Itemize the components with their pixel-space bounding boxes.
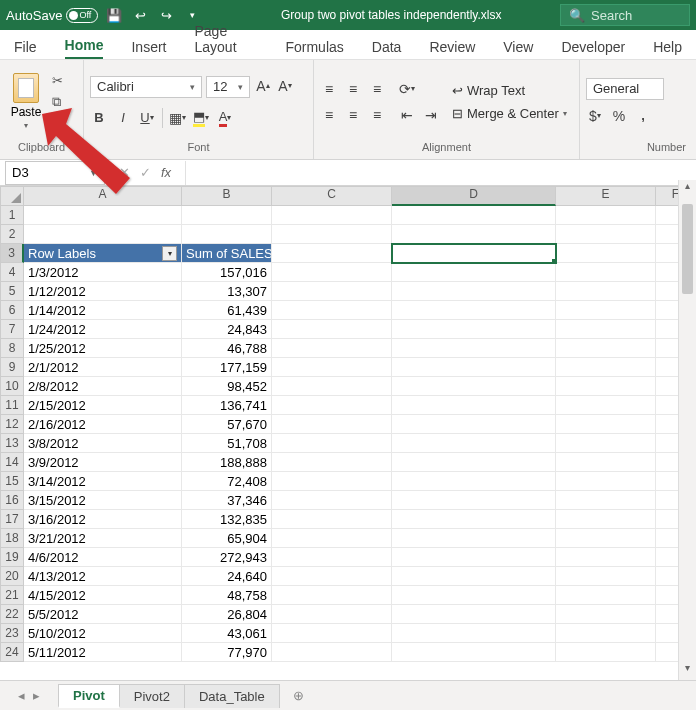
cell[interactable]: 61,439	[182, 301, 272, 320]
tab-help[interactable]: Help	[653, 35, 682, 59]
row-header[interactable]: 1	[0, 206, 24, 225]
cell[interactable]	[272, 396, 392, 415]
cell[interactable]	[556, 244, 656, 263]
cell[interactable]	[556, 377, 656, 396]
cell[interactable]: 3/16/2012	[24, 510, 182, 529]
cell[interactable]	[272, 377, 392, 396]
tab-developer[interactable]: Developer	[561, 35, 625, 59]
font-size-combo[interactable]: 12▾	[206, 76, 250, 98]
cell[interactable]	[556, 567, 656, 586]
cell[interactable]	[182, 206, 272, 225]
autosave-toggle[interactable]: AutoSave Off	[6, 8, 98, 23]
row-header[interactable]: 20	[0, 567, 24, 586]
cell[interactable]	[556, 624, 656, 643]
column-header-E[interactable]: E	[556, 186, 656, 206]
italic-button[interactable]: I	[114, 108, 132, 128]
spreadsheet-grid[interactable]: ABCDEF 123Row Labels▾Sum of SALES41/3/20…	[0, 186, 696, 680]
cell[interactable]	[24, 206, 182, 225]
cell[interactable]: 157,016	[182, 263, 272, 282]
cell[interactable]: 43,061	[182, 624, 272, 643]
font-name-combo[interactable]: Calibri▾	[90, 76, 202, 98]
column-header-A[interactable]: A	[24, 186, 182, 206]
cell[interactable]: 4/6/2012	[24, 548, 182, 567]
cell[interactable]	[392, 567, 556, 586]
fill-color-button[interactable]: ⬒ ▾	[192, 108, 210, 128]
cell[interactable]: 4/13/2012	[24, 567, 182, 586]
cell[interactable]	[272, 529, 392, 548]
cell[interactable]	[272, 434, 392, 453]
row-header[interactable]: 5	[0, 282, 24, 301]
cell[interactable]	[392, 453, 556, 472]
chevron-down-icon[interactable]: ▾	[24, 121, 28, 130]
font-color-button[interactable]: A ▾	[216, 108, 234, 128]
add-sheet-button[interactable]: ⊕	[287, 688, 311, 703]
copy-icon[interactable]: ⧉	[52, 94, 65, 110]
cell[interactable]	[272, 453, 392, 472]
cell[interactable]	[272, 263, 392, 282]
row-header[interactable]: 13	[0, 434, 24, 453]
select-all-corner[interactable]	[0, 186, 24, 206]
tab-home[interactable]: Home	[65, 33, 104, 59]
row-header[interactable]: 22	[0, 605, 24, 624]
cell[interactable]: 132,835	[182, 510, 272, 529]
cell[interactable]	[392, 624, 556, 643]
cell[interactable]	[272, 320, 392, 339]
cell[interactable]: 1/14/2012	[24, 301, 182, 320]
cell[interactable]: 2/1/2012	[24, 358, 182, 377]
cell[interactable]	[182, 225, 272, 244]
cell[interactable]	[272, 491, 392, 510]
scroll-thumb[interactable]	[682, 204, 693, 294]
cell[interactable]	[392, 415, 556, 434]
cell[interactable]	[556, 548, 656, 567]
cell[interactable]: 77,970	[182, 643, 272, 662]
cell[interactable]	[392, 643, 556, 662]
format-painter-icon[interactable]: 🖌	[52, 116, 65, 131]
row-header[interactable]: 7	[0, 320, 24, 339]
cell[interactable]: 3/15/2012	[24, 491, 182, 510]
tab-data[interactable]: Data	[372, 35, 402, 59]
cell[interactable]	[556, 396, 656, 415]
row-header[interactable]: 24	[0, 643, 24, 662]
paste-button[interactable]: Paste ▾	[6, 73, 46, 130]
name-box[interactable]: D3 ▼	[5, 161, 105, 185]
cell[interactable]: 24,843	[182, 320, 272, 339]
align-left-icon[interactable]: ≡	[320, 105, 338, 125]
tab-formulas[interactable]: Formulas	[285, 35, 343, 59]
column-header-C[interactable]: C	[272, 186, 392, 206]
cell[interactable]: 13,307	[182, 282, 272, 301]
sheet-next-icon[interactable]: ▸	[33, 688, 40, 703]
row-header[interactable]: 21	[0, 586, 24, 605]
row-header[interactable]: 18	[0, 529, 24, 548]
cell[interactable]: 3/9/2012	[24, 453, 182, 472]
borders-button[interactable]: ▦ ▾	[162, 108, 186, 128]
cell[interactable]: 5/11/2012	[24, 643, 182, 662]
cell[interactable]: 3/21/2012	[24, 529, 182, 548]
row-header[interactable]: 17	[0, 510, 24, 529]
cell[interactable]	[392, 586, 556, 605]
cell[interactable]	[272, 358, 392, 377]
cell[interactable]: 1/25/2012	[24, 339, 182, 358]
cell[interactable]	[556, 472, 656, 491]
cell[interactable]: 4/15/2012	[24, 586, 182, 605]
cell[interactable]: 46,788	[182, 339, 272, 358]
cell[interactable]	[272, 339, 392, 358]
cell[interactable]: Row Labels▾	[24, 244, 182, 263]
save-icon[interactable]: 💾	[104, 5, 124, 25]
cell[interactable]	[392, 377, 556, 396]
cell[interactable]: 57,670	[182, 415, 272, 434]
row-header[interactable]: 10	[0, 377, 24, 396]
row-header[interactable]: 23	[0, 624, 24, 643]
cell[interactable]	[556, 510, 656, 529]
cell[interactable]	[392, 396, 556, 415]
decrease-font-icon[interactable]: A▾	[276, 76, 294, 96]
cell[interactable]: 24,640	[182, 567, 272, 586]
cell[interactable]	[272, 510, 392, 529]
align-top-icon[interactable]: ≡	[320, 79, 338, 99]
align-bottom-icon[interactable]: ≡	[368, 79, 386, 99]
cell[interactable]	[392, 358, 556, 377]
cell[interactable]	[392, 510, 556, 529]
cell[interactable]: 98,452	[182, 377, 272, 396]
underline-button[interactable]: U ▾	[138, 108, 156, 128]
cell[interactable]	[272, 586, 392, 605]
orientation-icon[interactable]: ⟳ ▾	[398, 79, 416, 99]
